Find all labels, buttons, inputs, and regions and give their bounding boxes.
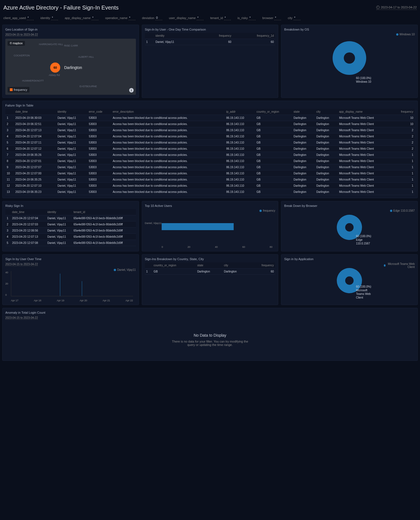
map-city-label: Darlington [64,65,82,70]
table-cell: 3 [5,228,11,234]
col-header[interactable]: error_code [87,109,111,115]
filter-input[interactable] [274,15,281,20]
table-row[interactable]: 102023-04-20 12:07:00Daniel, Vijay115300… [5,170,415,177]
col-header[interactable]: tenant_id [72,209,136,215]
filter-input[interactable] [92,15,98,20]
chart-legend[interactable]: Microsoft Teams Web Client [384,262,415,269]
table-cell: Microsoft Teams Web Client [338,115,393,121]
col-header[interactable]: identity [56,109,87,115]
filter-input[interactable] [294,15,300,20]
col-header[interactable]: city [315,109,338,115]
row-num-header[interactable] [145,33,154,39]
col-header[interactable]: state [196,262,222,269]
table-row[interactable]: 52023-04-20 12:07:08Daniel, Vijay1165e4e… [5,240,136,246]
table-row[interactable]: 132023-04-19 06:35:23Daniel, Vijay115300… [5,189,415,195]
panel-date-sub[interactable]: 2023-04-15 to 2023-04-22 [5,263,38,266]
table-cell: 7 [5,152,14,158]
map-widget[interactable]: © mapbox HARROWGATE HILL RISE CARR COCKE… [5,39,136,95]
filter-bar: client_app_usedidentityapp_display_nameo… [2,13,418,25]
line-chart[interactable]: Daniel, Vijay11 40200 Apr 17Apr 18Apr 19… [5,268,136,302]
row-num-header[interactable] [145,262,152,269]
no-data-message: There is no data for your filter. You ca… [168,340,252,346]
table-cell: Darlington [292,164,315,170]
bar-chart[interactable]: frequency Daniel, Vijay11 020406080 [145,209,275,248]
filter-input[interactable] [51,15,58,20]
axis-tick: Apr 17 [11,299,18,302]
table-row[interactable]: 42023-04-20 12:07:13Daniel, Vijay1165e4e… [5,234,136,240]
axis-tick: 60 [242,246,245,248]
table-row[interactable]: 42023-04-20 12:07:04Daniel, Vijay1153003… [5,133,415,140]
panel-date-sub[interactable]: 2023-04-15 to 2023-04-22 [5,316,38,320]
table-row[interactable]: 12023-04-19 06:30:03Daniel, Vijay1153003… [5,115,415,121]
filter-input[interactable] [197,15,203,20]
donut-chart[interactable] [333,41,366,75]
table-cell: 2 [393,133,415,140]
map-road-label: ALBERT HILL [78,56,94,58]
table-row[interactable]: 52023-04-20 12:07:11Daniel, Vijay1153003… [5,140,415,146]
filter-input[interactable] [27,15,34,20]
table-row[interactable]: 32023-04-20 12:06:56Daniel, Vijay1165e4e… [5,228,136,234]
table-row[interactable]: 72023-04-19 06:35:26Daniel, Vijay1153003… [5,152,415,158]
panel-date-sub[interactable]: 2023-04-15 to 2023-04-22 [5,33,38,36]
chart-legend[interactable]: Windows 10 [396,33,415,36]
axis-tick: Apr 21 [103,299,110,302]
table-cell: Darlington [222,269,249,275]
col-header[interactable]: state [292,109,315,115]
table-row[interactable]: 82023-04-20 12:07:01Daniel, Vijay1153003… [5,158,415,164]
legend-dot [390,210,392,212]
bar-segment[interactable] [162,223,234,230]
table-row[interactable]: 1Daniel, Vijay116060 [145,39,275,45]
table-cell: GB [255,158,292,164]
table-cell: 2023-04-19 06:35:25 [14,177,56,183]
col-header[interactable]: identity [154,33,200,39]
table-row[interactable]: 12023-04-20 12:07:04Daniel, Vijay1165e4e… [5,215,136,221]
col-header[interactable]: app_display_name [338,109,393,115]
panel-title: Breakdown by OS [284,28,415,31]
table-cell: 53003 [87,164,111,170]
col-header[interactable]: country_or_region [255,109,292,115]
table-cell: Daniel, Vijay11 [56,189,87,195]
table-cell: Daniel, Vijay11 [56,164,87,170]
table-row[interactable]: 112023-04-19 06:35:25Daniel, Vijay115300… [5,177,415,183]
axis-tick: 80 [270,246,272,248]
os-panel: Breakdown by OS Windows 10 60 (100.0%) W… [281,25,418,98]
date-range-picker[interactable]: 2023-04-17 to 2023-04-22 [376,6,417,10]
col-header[interactable]: frequency [249,262,275,269]
info-icon[interactable]: i [129,88,134,93]
col-header[interactable]: city [222,262,249,269]
col-header[interactable]: date_time [11,209,46,215]
table-row[interactable]: 22023-04-20 12:07:03Daniel, Vijay1165e4e… [5,221,136,228]
table-cell: 2023-04-20 12:06:56 [11,228,46,234]
table-cell: Darlington [315,140,338,146]
col-header[interactable]: error_description [111,109,225,115]
table-cell: Darlington [292,146,315,152]
col-header[interactable]: country_or_region [152,262,196,269]
map-cluster-marker[interactable]: 60 [50,63,60,73]
row-num-header[interactable] [5,109,14,115]
filter-input[interactable] [129,15,135,20]
col-header[interactable]: frequency [393,109,415,115]
table-row[interactable]: 22023-04-19 06:32:51Daniel, Vijay1153003… [5,121,415,127]
col-header[interactable]: frequency_1d [233,33,275,39]
col-header[interactable]: identity [46,209,72,215]
col-header[interactable]: date_time [14,109,56,115]
row-num-header[interactable] [5,209,11,215]
table-cell: 1 [393,189,415,195]
table-cell: 10 [393,115,415,121]
col-header[interactable]: ip_addr [225,109,255,115]
table-cell: 2023-04-19 06:35:26 [14,152,56,158]
risky-panel: Risky Sign In date_time identity tenant_… [2,201,139,251]
filter-input[interactable] [249,15,256,20]
table-row[interactable]: 62023-04-20 12:07:12Daniel, Vijay1153003… [5,146,415,152]
table-row[interactable]: 122023-04-20 12:07:10Daniel, Vijay115300… [5,183,415,189]
col-header[interactable]: frequency [200,33,233,39]
table-cell: 5 [5,240,11,246]
table-row[interactable]: 32023-04-20 12:07:13Daniel, Vijay1153003… [5,127,415,133]
table-cell: 53003 [87,115,111,121]
table-cell: 86.19.143.110 [225,183,255,189]
filter-input[interactable] [224,15,231,20]
chart-legend[interactable]: Edge 110.0.1587 [390,209,415,212]
table-row[interactable]: 1GBDarlingtonDarlington60 [145,269,275,275]
table-row[interactable]: 92023-04-20 12:07:07Daniel, Vijay1153003… [5,164,415,170]
filter-input[interactable] [156,15,162,20]
